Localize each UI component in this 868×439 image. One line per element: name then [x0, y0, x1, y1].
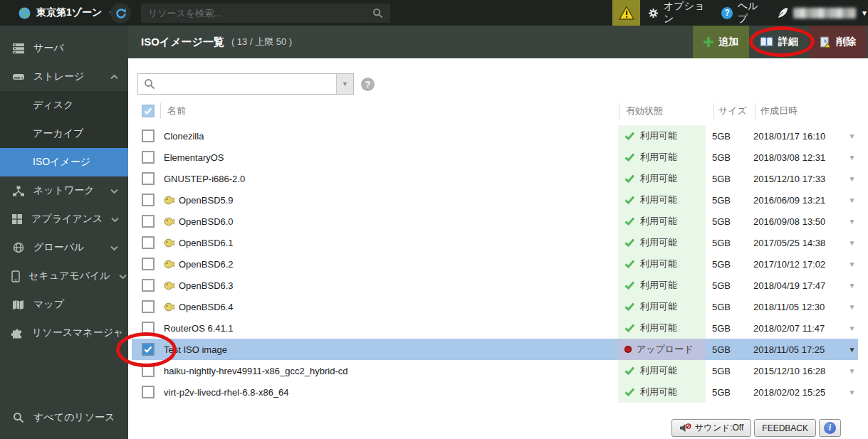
sidebar-item-search[interactable]: すべてのリソース: [0, 403, 128, 432]
sidebar-item-storage[interactable]: ストレージ: [0, 63, 128, 91]
zone-label: 東京第1ゾーン: [36, 6, 102, 19]
table-row[interactable]: OpenBSD6.2 利用可能 5GB 2017/10/12 17:02 ▼: [132, 253, 858, 275]
sidebar-item-アーカイブ[interactable]: アーカイブ: [0, 120, 128, 148]
row-checkbox[interactable]: [142, 322, 155, 334]
row-checkbox[interactable]: [142, 215, 155, 228]
row-menu-caret[interactable]: ▼: [846, 175, 858, 183]
row-name: OpenBSD6.3: [179, 280, 234, 291]
chevron-down-icon: [119, 274, 127, 279]
row-menu-caret[interactable]: ▼: [846, 260, 858, 268]
row-status: 利用可能: [640, 194, 677, 206]
status-upload-icon: [624, 346, 632, 353]
sidebar-item-mobile[interactable]: セキュアモバイル: [0, 262, 128, 290]
appliance-icon: [11, 213, 23, 225]
row-menu-caret[interactable]: ▼: [846, 367, 858, 375]
row-menu-caret[interactable]: ▼: [846, 346, 858, 354]
openbsd-icon: [164, 260, 174, 269]
refresh-button[interactable]: [110, 3, 131, 23]
sidebar: サーバ ストレージ ディスク アーカイブ ISOイメージ ネットワーク アプライ…: [0, 26, 128, 439]
row-checkbox[interactable]: [142, 129, 155, 142]
status-check-icon: [624, 324, 635, 332]
row-menu-caret[interactable]: ▼: [846, 154, 858, 162]
delete-button[interactable]: 削除: [809, 26, 867, 58]
row-status: 利用可能: [640, 172, 677, 185]
row-checkbox[interactable]: [142, 300, 155, 313]
row-menu-caret[interactable]: ▼: [846, 282, 858, 290]
sidebar-item-appliance[interactable]: アプライアンス: [0, 205, 128, 233]
openbsd-icon: [164, 196, 174, 205]
status-check-icon: [624, 366, 635, 375]
row-status: 利用可能: [640, 236, 677, 249]
row-name: Test ISO image: [164, 344, 227, 355]
table-row[interactable]: Test ISO image アップロード 5GB 2018/11/05 17:…: [132, 339, 858, 360]
zone-selector[interactable]: 東京第1ゾーン ▼: [19, 0, 115, 26]
row-checkbox[interactable]: [142, 279, 155, 292]
row-checkbox[interactable]: [142, 172, 155, 185]
row-created: 2018/11/05 17:25: [753, 344, 846, 355]
status-check-icon: [624, 281, 635, 290]
sidebar-item-globe[interactable]: グローバル: [0, 233, 128, 262]
table-row[interactable]: GNUSTEP-i686-2.0 利用可能 5GB 2015/12/10 17:…: [132, 168, 858, 189]
table-row[interactable]: OpenBSD6.4 利用可能 5GB 2018/11/05 12:30 ▼: [132, 296, 858, 317]
row-status: 利用可能: [640, 258, 677, 270]
status-check-icon: [624, 302, 635, 311]
options-button[interactable]: オプション: [648, 0, 709, 26]
table-row[interactable]: OpenBSD6.1 利用可能 5GB 2017/05/25 14:38 ▼: [132, 232, 858, 253]
table-row[interactable]: virt-p2v-livecd-rhel-6.8-x86_64 利用可能 5GB…: [132, 381, 858, 403]
table-row[interactable]: OpenBSD5.9 利用可能 5GB 2016/06/09 13:21 ▼: [132, 189, 858, 211]
add-button[interactable]: 追加: [693, 26, 749, 58]
table-row[interactable]: ElementaryOS 利用可能 5GB 2018/03/08 12:31 ▼: [132, 147, 858, 168]
row-created: 2017/05/25 14:38: [753, 238, 846, 248]
sidebar-item-server[interactable]: サーバ: [0, 34, 128, 63]
table-row[interactable]: OpenBSD6.3 利用可能 5GB 2018/04/19 17:47 ▼: [132, 275, 858, 296]
select-all-checkbox[interactable]: [142, 105, 155, 117]
column-header-name: 名前: [161, 105, 619, 117]
chevron-down-icon: [110, 189, 118, 194]
feedback-button[interactable]: FEEDBACK: [754, 419, 816, 437]
sidebar-item-ISOイメージ[interactable]: ISOイメージ: [0, 148, 128, 176]
table-row[interactable]: haiku-nightly-hrev49911-x86_gcc2_hybrid-…: [132, 360, 858, 381]
openbsd-icon: [164, 217, 174, 226]
user-menu[interactable]: ▼: [778, 7, 868, 18]
sound-toggle-button[interactable]: サウンド:Off: [671, 419, 751, 437]
filter-input[interactable]: [155, 74, 336, 94]
server-icon: [11, 43, 25, 54]
chevron-down-icon: [110, 245, 118, 250]
footer-toolbar: サウンド:Off FEEDBACK i: [671, 419, 841, 437]
map-icon: [11, 300, 25, 310]
filter-help-icon[interactable]: ?: [361, 78, 375, 91]
sidebar-item-ディスク[interactable]: ディスク: [0, 91, 128, 120]
row-created: 2018/11/05 12:30: [753, 302, 846, 312]
row-menu-caret[interactable]: ▼: [846, 303, 858, 311]
row-checkbox[interactable]: [142, 258, 155, 270]
row-menu-caret[interactable]: ▼: [846, 132, 858, 140]
sidebar-item-map[interactable]: マップ: [0, 290, 128, 319]
filter-dropdown-button[interactable]: ▼: [336, 74, 353, 94]
row-created: 2018/02/07 11:47: [753, 323, 846, 334]
info-button[interactable]: i: [819, 419, 841, 437]
row-created: 2018/04/19 17:47: [753, 280, 846, 291]
row-menu-caret[interactable]: ▼: [846, 196, 858, 204]
table-row[interactable]: RouterOS 6.41.1 利用可能 5GB 2018/02/07 11:4…: [132, 317, 858, 339]
row-checkbox[interactable]: [142, 151, 155, 164]
warning-icon: [619, 6, 634, 20]
search-input[interactable]: [148, 8, 372, 18]
row-checkbox[interactable]: [142, 343, 155, 356]
row-menu-caret[interactable]: ▼: [846, 388, 858, 396]
table-row[interactable]: Clonezilla 利用可能 5GB 2018/01/17 16:10 ▼: [132, 125, 858, 147]
row-checkbox[interactable]: [142, 236, 155, 249]
detail-button[interactable]: 詳細: [749, 26, 809, 58]
info-icon: i: [824, 422, 836, 434]
row-checkbox[interactable]: [142, 386, 155, 398]
row-checkbox[interactable]: [142, 194, 155, 206]
row-menu-caret[interactable]: ▼: [846, 324, 858, 332]
row-menu-caret[interactable]: ▼: [846, 239, 858, 247]
sidebar-item-network[interactable]: ネットワーク: [0, 176, 128, 205]
row-checkbox[interactable]: [142, 364, 155, 377]
row-created: 2015/12/10 16:28: [753, 366, 846, 376]
table-row[interactable]: OpenBSD6.0 利用可能 5GB 2016/09/08 13:50 ▼: [132, 211, 858, 232]
warning-button[interactable]: [612, 0, 640, 26]
help-button[interactable]: ? ヘルプ: [721, 0, 765, 26]
row-menu-caret[interactable]: ▼: [846, 218, 858, 226]
sidebar-item-puzzle[interactable]: リソースマネージャ: [0, 319, 128, 347]
